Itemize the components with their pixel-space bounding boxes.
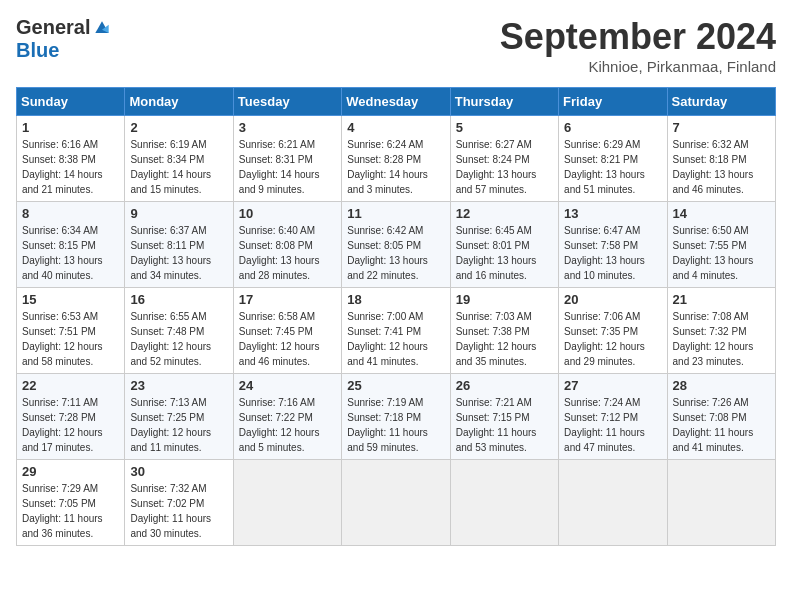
calendar-cell: 20Sunrise: 7:06 AMSunset: 7:35 PMDayligh… (559, 288, 667, 374)
day-number: 18 (347, 292, 444, 307)
daylight-text: Daylight: 13 hours and 4 minutes. (673, 253, 770, 283)
calendar-cell: 27Sunrise: 7:24 AMSunset: 7:12 PMDayligh… (559, 374, 667, 460)
day-number: 16 (130, 292, 227, 307)
day-info: Sunrise: 7:08 AMSunset: 7:32 PMDaylight:… (673, 309, 770, 369)
calendar-cell: 21Sunrise: 7:08 AMSunset: 7:32 PMDayligh… (667, 288, 775, 374)
logo: General Blue (16, 16, 112, 62)
calendar-cell (233, 460, 341, 546)
calendar-cell: 15Sunrise: 6:53 AMSunset: 7:51 PMDayligh… (17, 288, 125, 374)
day-number: 5 (456, 120, 553, 135)
calendar-cell: 1Sunrise: 6:16 AMSunset: 8:38 PMDaylight… (17, 116, 125, 202)
calendar-cell: 6Sunrise: 6:29 AMSunset: 8:21 PMDaylight… (559, 116, 667, 202)
weekday-header-sunday: Sunday (17, 88, 125, 116)
calendar-cell: 5Sunrise: 6:27 AMSunset: 8:24 PMDaylight… (450, 116, 558, 202)
daylight-text: Daylight: 11 hours and 47 minutes. (564, 425, 661, 455)
sunset-text: Sunset: 7:18 PM (347, 410, 444, 425)
calendar-cell: 23Sunrise: 7:13 AMSunset: 7:25 PMDayligh… (125, 374, 233, 460)
calendar-cell (450, 460, 558, 546)
daylight-text: Daylight: 12 hours and 35 minutes. (456, 339, 553, 369)
calendar-cell: 12Sunrise: 6:45 AMSunset: 8:01 PMDayligh… (450, 202, 558, 288)
day-info: Sunrise: 7:11 AMSunset: 7:28 PMDaylight:… (22, 395, 119, 455)
day-number: 24 (239, 378, 336, 393)
daylight-text: Daylight: 13 hours and 46 minutes. (673, 167, 770, 197)
sunrise-text: Sunrise: 6:47 AM (564, 223, 661, 238)
day-info: Sunrise: 6:45 AMSunset: 8:01 PMDaylight:… (456, 223, 553, 283)
sunset-text: Sunset: 7:05 PM (22, 496, 119, 511)
day-number: 23 (130, 378, 227, 393)
calendar-cell: 13Sunrise: 6:47 AMSunset: 7:58 PMDayligh… (559, 202, 667, 288)
daylight-text: Daylight: 14 hours and 3 minutes. (347, 167, 444, 197)
daylight-text: Daylight: 13 hours and 10 minutes. (564, 253, 661, 283)
sunset-text: Sunset: 8:18 PM (673, 152, 770, 167)
day-info: Sunrise: 6:32 AMSunset: 8:18 PMDaylight:… (673, 137, 770, 197)
day-info: Sunrise: 6:53 AMSunset: 7:51 PMDaylight:… (22, 309, 119, 369)
sunset-text: Sunset: 8:01 PM (456, 238, 553, 253)
daylight-text: Daylight: 13 hours and 34 minutes. (130, 253, 227, 283)
day-number: 22 (22, 378, 119, 393)
sunrise-text: Sunrise: 7:24 AM (564, 395, 661, 410)
daylight-text: Daylight: 14 hours and 21 minutes. (22, 167, 119, 197)
day-info: Sunrise: 7:32 AMSunset: 7:02 PMDaylight:… (130, 481, 227, 541)
month-title: September 2024 (500, 16, 776, 58)
sunrise-text: Sunrise: 7:00 AM (347, 309, 444, 324)
day-number: 2 (130, 120, 227, 135)
day-info: Sunrise: 6:19 AMSunset: 8:34 PMDaylight:… (130, 137, 227, 197)
calendar-cell: 29Sunrise: 7:29 AMSunset: 7:05 PMDayligh… (17, 460, 125, 546)
daylight-text: Daylight: 12 hours and 23 minutes. (673, 339, 770, 369)
calendar-cell: 8Sunrise: 6:34 AMSunset: 8:15 PMDaylight… (17, 202, 125, 288)
calendar-cell: 4Sunrise: 6:24 AMSunset: 8:28 PMDaylight… (342, 116, 450, 202)
sunrise-text: Sunrise: 6:29 AM (564, 137, 661, 152)
day-number: 29 (22, 464, 119, 479)
day-number: 7 (673, 120, 770, 135)
sunset-text: Sunset: 7:48 PM (130, 324, 227, 339)
sunrise-text: Sunrise: 6:40 AM (239, 223, 336, 238)
daylight-text: Daylight: 13 hours and 40 minutes. (22, 253, 119, 283)
day-info: Sunrise: 7:29 AMSunset: 7:05 PMDaylight:… (22, 481, 119, 541)
calendar-cell: 11Sunrise: 6:42 AMSunset: 8:05 PMDayligh… (342, 202, 450, 288)
daylight-text: Daylight: 11 hours and 41 minutes. (673, 425, 770, 455)
daylight-text: Daylight: 12 hours and 41 minutes. (347, 339, 444, 369)
day-info: Sunrise: 7:21 AMSunset: 7:15 PMDaylight:… (456, 395, 553, 455)
sunset-text: Sunset: 8:21 PM (564, 152, 661, 167)
day-number: 12 (456, 206, 553, 221)
sunset-text: Sunset: 7:25 PM (130, 410, 227, 425)
calendar-week-3: 15Sunrise: 6:53 AMSunset: 7:51 PMDayligh… (17, 288, 776, 374)
calendar-cell: 10Sunrise: 6:40 AMSunset: 8:08 PMDayligh… (233, 202, 341, 288)
day-info: Sunrise: 7:13 AMSunset: 7:25 PMDaylight:… (130, 395, 227, 455)
sunrise-text: Sunrise: 6:24 AM (347, 137, 444, 152)
daylight-text: Daylight: 13 hours and 22 minutes. (347, 253, 444, 283)
daylight-text: Daylight: 12 hours and 5 minutes. (239, 425, 336, 455)
day-info: Sunrise: 7:19 AMSunset: 7:18 PMDaylight:… (347, 395, 444, 455)
day-info: Sunrise: 6:37 AMSunset: 8:11 PMDaylight:… (130, 223, 227, 283)
sunrise-text: Sunrise: 6:32 AM (673, 137, 770, 152)
sunset-text: Sunset: 7:32 PM (673, 324, 770, 339)
day-number: 14 (673, 206, 770, 221)
location-subtitle: Kihnioe, Pirkanmaa, Finland (500, 58, 776, 75)
sunrise-text: Sunrise: 6:58 AM (239, 309, 336, 324)
sunrise-text: Sunrise: 6:21 AM (239, 137, 336, 152)
title-block: September 2024 Kihnioe, Pirkanmaa, Finla… (500, 16, 776, 75)
day-number: 27 (564, 378, 661, 393)
sunset-text: Sunset: 7:22 PM (239, 410, 336, 425)
sunset-text: Sunset: 8:34 PM (130, 152, 227, 167)
day-info: Sunrise: 7:26 AMSunset: 7:08 PMDaylight:… (673, 395, 770, 455)
calendar-week-1: 1Sunrise: 6:16 AMSunset: 8:38 PMDaylight… (17, 116, 776, 202)
day-info: Sunrise: 6:42 AMSunset: 8:05 PMDaylight:… (347, 223, 444, 283)
calendar-cell (342, 460, 450, 546)
sunset-text: Sunset: 8:11 PM (130, 238, 227, 253)
sunset-text: Sunset: 8:15 PM (22, 238, 119, 253)
sunset-text: Sunset: 7:28 PM (22, 410, 119, 425)
sunrise-text: Sunrise: 7:11 AM (22, 395, 119, 410)
daylight-text: Daylight: 12 hours and 11 minutes. (130, 425, 227, 455)
sunset-text: Sunset: 7:08 PM (673, 410, 770, 425)
weekday-header-wednesday: Wednesday (342, 88, 450, 116)
day-number: 17 (239, 292, 336, 307)
calendar-cell: 18Sunrise: 7:00 AMSunset: 7:41 PMDayligh… (342, 288, 450, 374)
sunrise-text: Sunrise: 7:06 AM (564, 309, 661, 324)
sunset-text: Sunset: 7:12 PM (564, 410, 661, 425)
day-number: 10 (239, 206, 336, 221)
calendar-table: SundayMondayTuesdayWednesdayThursdayFrid… (16, 87, 776, 546)
day-info: Sunrise: 7:03 AMSunset: 7:38 PMDaylight:… (456, 309, 553, 369)
daylight-text: Daylight: 13 hours and 51 minutes. (564, 167, 661, 197)
calendar-cell: 16Sunrise: 6:55 AMSunset: 7:48 PMDayligh… (125, 288, 233, 374)
